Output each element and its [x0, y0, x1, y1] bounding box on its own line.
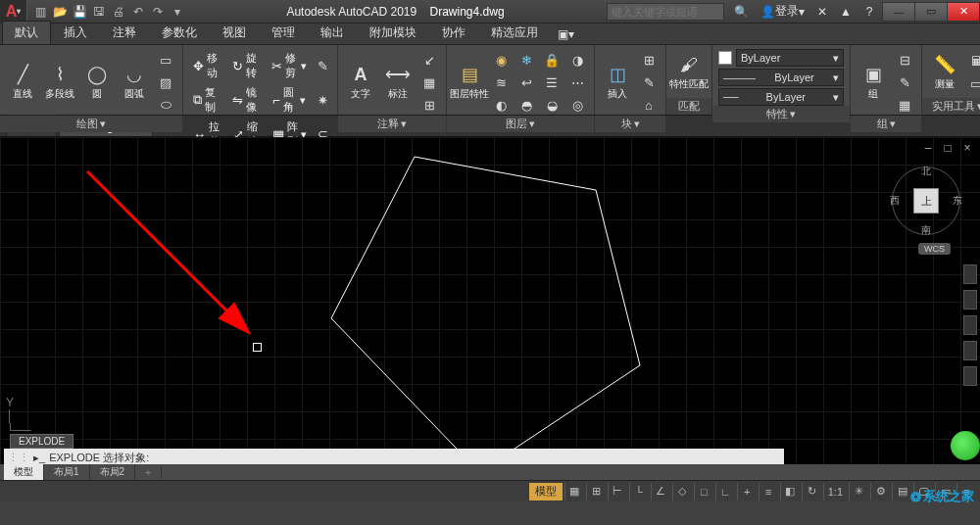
select-icon[interactable]: ▭	[965, 73, 980, 95]
layout-add[interactable]: +	[135, 466, 162, 479]
mirror-button[interactable]: ⇋镜像	[228, 83, 265, 117]
status-polar-icon[interactable]: ∠	[651, 483, 670, 501]
nav-pan-icon[interactable]	[963, 290, 977, 310]
layout-2[interactable]: 布局2	[90, 464, 136, 480]
fillet-button[interactable]: ⌐圆角 ▾	[269, 83, 310, 117]
layer-freeze-icon[interactable]: ❄	[515, 49, 537, 71]
edit-block-icon[interactable]: ✎	[638, 72, 660, 93]
move-button[interactable]: ✥移动	[189, 49, 224, 82]
command-autocomplete[interactable]: EXPLODE	[10, 434, 74, 449]
status-lwt-icon[interactable]: ≡	[759, 483, 778, 501]
explode-button[interactable]: ✷	[314, 89, 331, 111]
groupsel-icon[interactable]: ▦	[894, 94, 915, 116]
panel-properties-label[interactable]: 特性 ▾	[712, 106, 850, 122]
status-scale[interactable]: 1:1	[823, 483, 847, 501]
tab-featured[interactable]: 精选应用	[478, 21, 551, 44]
wcs-label[interactable]: WCS	[918, 243, 951, 255]
status-otrack-icon[interactable]: ∟	[715, 483, 735, 501]
cmdline-handle-icon[interactable]: ⋮⋮	[8, 452, 29, 464]
copy-button[interactable]: ⧉复制	[189, 83, 224, 117]
measure-button[interactable]: 📏测量	[928, 49, 961, 96]
arc-button[interactable]: ◡圆弧	[118, 59, 151, 106]
circle-button[interactable]: ◯圆	[80, 59, 114, 106]
layer-prev-icon[interactable]: ↩	[515, 72, 537, 93]
table-button[interactable]: ▦	[418, 72, 440, 93]
qat-plot-icon[interactable]: 🖨	[110, 3, 127, 21]
app-menu-button[interactable]: A▾	[0, 0, 27, 24]
status-anno-icon[interactable]: ✳	[849, 483, 868, 501]
rect-button[interactable]: ▭	[155, 49, 176, 71]
text-button[interactable]: A文字	[344, 59, 377, 106]
qat-redo-icon[interactable]: ↷	[149, 3, 167, 21]
help-search-input[interactable]	[607, 3, 724, 21]
create-block-icon[interactable]: ⊞	[638, 49, 660, 71]
group-button[interactable]: ▣组	[857, 59, 890, 106]
tab-parametric[interactable]: 参数化	[149, 21, 210, 44]
status-infer-icon[interactable]: ⊢	[608, 483, 627, 501]
tab-expand-icon[interactable]: ▣▾	[551, 24, 581, 44]
dim-button[interactable]: ⟷标注	[381, 59, 415, 106]
attr-block-icon[interactable]: ⌂	[638, 94, 660, 116]
status-cycle-icon[interactable]: ↻	[802, 483, 821, 501]
qat-new-icon[interactable]: ▥	[31, 3, 49, 21]
layerprops-button[interactable]: ▤图层特性	[453, 59, 486, 106]
tab-default[interactable]: 默认	[2, 21, 51, 44]
status-model-button[interactable]: 模型	[529, 483, 563, 501]
calc-icon[interactable]: 🖩	[965, 51, 980, 72]
line-button[interactable]: ╱直线	[6, 59, 39, 106]
status-dyn-icon[interactable]: +	[737, 483, 757, 501]
layer-iso-icon[interactable]: ◑	[566, 49, 588, 71]
status-iso-icon[interactable]: ◇	[672, 483, 692, 501]
panel-layer-label[interactable]: 图层 ▾	[447, 116, 594, 132]
lineweight-combo[interactable]: ———ByLayer▾	[718, 69, 844, 86]
qat-save-icon[interactable]: 💾	[71, 3, 88, 21]
panel-block-label[interactable]: 块 ▾	[595, 116, 665, 132]
panel-group-label[interactable]: 组 ▾	[851, 116, 921, 132]
layer-un3-icon[interactable]: ◒	[541, 94, 563, 116]
layer-un1-icon[interactable]: ◐	[490, 94, 512, 116]
tab-collab[interactable]: 协作	[429, 21, 478, 44]
stayconnected-icon[interactable]: ▲	[836, 3, 856, 21]
status-snap-icon[interactable]: ⊞	[586, 483, 606, 501]
nav-showmotion-icon[interactable]	[963, 366, 977, 386]
vp-max-icon[interactable]: □	[941, 141, 955, 155]
groupedit-icon[interactable]: ✎	[894, 72, 915, 93]
panel-utilities-label[interactable]: 实用工具 ▾	[922, 98, 980, 115]
status-ortho-icon[interactable]: └	[629, 483, 649, 501]
layer-un2-icon[interactable]: ◓	[515, 94, 537, 116]
linetype-combo[interactable]: ──ByLayer▾	[718, 88, 844, 106]
maximize-button[interactable]: ▭	[914, 2, 948, 22]
nav-zoom-icon[interactable]	[963, 315, 977, 335]
vp-min-icon[interactable]: –	[921, 141, 935, 155]
hatch-button[interactable]: ▨	[155, 72, 176, 93]
polyline-button[interactable]: ⌇多段线	[43, 59, 76, 106]
insert-button[interactable]: ◫插入	[601, 59, 634, 106]
layout-model[interactable]: 模型	[4, 464, 44, 480]
help-icon[interactable]: ?	[859, 3, 879, 21]
drawing-area[interactable]: – □ × 上 北 南 东 西 WCS Y│└── EXPLODE ⋮⋮ ▸_	[0, 137, 980, 480]
qat-undo-icon[interactable]: ↶	[129, 3, 147, 21]
close-button[interactable]: ✕	[947, 2, 980, 22]
layer-off-icon[interactable]: ◉	[490, 49, 512, 71]
infocenter-icon[interactable]: 🔍	[730, 3, 753, 21]
qat-saveas-icon[interactable]: 🖫	[90, 3, 108, 21]
color-swatch[interactable]	[718, 51, 732, 65]
viewcube-w[interactable]: 西	[890, 194, 900, 208]
minimize-button[interactable]: —	[882, 2, 915, 22]
qat-open-icon[interactable]: 📂	[51, 3, 69, 21]
matchprop-button[interactable]: 🖌特性匹配	[672, 49, 706, 96]
tab-view[interactable]: 视图	[210, 21, 259, 44]
viewcube-n[interactable]: 北	[921, 165, 931, 178]
status-grid-icon[interactable]: ▦	[564, 483, 584, 501]
viewcube[interactable]: 上 北 南 东 西	[892, 167, 960, 235]
viewcube-s[interactable]: 南	[921, 223, 931, 237]
exchange-icon[interactable]: ✕	[812, 3, 832, 21]
nav-orbit-icon[interactable]	[963, 341, 977, 360]
viewcube-top-face[interactable]: 上	[913, 188, 939, 214]
nav-wheel-icon[interactable]	[963, 264, 977, 284]
layer-lock-icon[interactable]: 🔒	[541, 49, 563, 71]
tab-addins[interactable]: 附加模块	[357, 21, 429, 44]
panel-draw-label[interactable]: 绘图 ▾	[0, 116, 182, 132]
ungroup-icon[interactable]: ⊟	[894, 49, 915, 71]
rotate-button[interactable]: ↻旋转	[228, 49, 264, 82]
